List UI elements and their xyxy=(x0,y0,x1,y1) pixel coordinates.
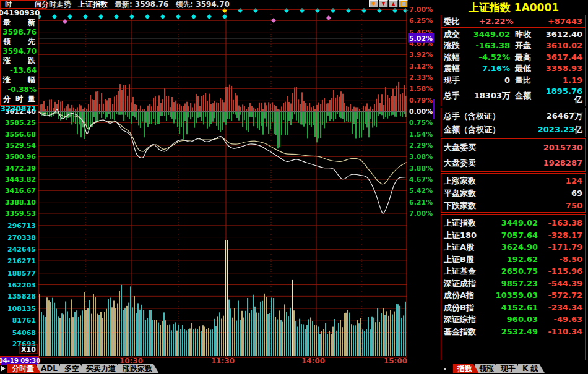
quote-grid-row-2: 涨幅-4.52%最高3617.44 xyxy=(444,53,582,61)
sun-icon[interactable]: ✹ xyxy=(369,0,378,7)
index-row-7[interactable]: 成份B指4152.61-234.34 xyxy=(444,302,582,314)
time-header-cell: 时间 xyxy=(0,0,46,9)
index-row-4[interactable]: 上证基金2650.75-115.96 xyxy=(444,265,582,278)
label2: 昨收 xyxy=(515,30,540,38)
label2: 最低 xyxy=(515,64,540,72)
svg-text:3585.25: 3585.25 xyxy=(5,119,36,127)
quote-label-1: 领先 xyxy=(1,36,38,47)
value: 750 xyxy=(566,202,582,210)
index-name: 上证指数 xyxy=(444,219,495,227)
svg-text:6.21%: 6.21% xyxy=(409,198,433,206)
label: 金额（含权证） xyxy=(444,125,538,134)
index-row-9[interactable]: 基金指数2532.49-110.34 xyxy=(444,326,582,338)
value2: 1.19 xyxy=(540,76,582,84)
label: 平盘家数 xyxy=(444,189,571,197)
quote-label-4: 分时量 xyxy=(1,94,38,104)
value2: 1895.76亿 xyxy=(540,87,582,103)
label: 现手 xyxy=(444,76,467,84)
svg-text:3500.96: 3500.96 xyxy=(5,153,36,161)
index-row-6[interactable]: 成份A指10359.03-572.72 xyxy=(444,289,582,302)
svg-text:3472.39: 3472.39 xyxy=(5,164,36,172)
weibi-box: 委比 +2.22% +87443 xyxy=(441,15,586,27)
value: 3449.02 xyxy=(467,30,510,38)
index-change: -171.79 xyxy=(538,243,582,251)
axis-labels: 7.00%6.25%5.46%4.67%3.92%3.12%2.33%1.58%… xyxy=(5,6,433,348)
square-icon[interactable] xyxy=(399,0,408,7)
index-value: 960.03 xyxy=(495,315,538,323)
weibi-pct: +2.22% xyxy=(467,17,525,25)
quote-value-0: 3598.76 xyxy=(1,28,38,36)
svg-text:3388.10: 3388.10 xyxy=(5,198,36,206)
chart-toolbar: ✹ ▼ ▲ xyxy=(369,0,408,7)
quote-grid-row-3: 震幅7.16%最低3358.93 xyxy=(444,64,582,72)
index-name: 成份B指 xyxy=(444,304,495,312)
breadth-row-1: 平盘家数69 xyxy=(444,189,582,197)
svg-text:188577: 188577 xyxy=(7,270,36,278)
quote-panel: 04190930 最新3598.76领先3594.70涨跌-13.64涨幅-0.… xyxy=(0,9,38,106)
breadth-row-0: 上涨家数124 xyxy=(444,177,582,185)
svg-text:54068: 54068 xyxy=(12,329,36,337)
svg-text:3.08%: 3.08% xyxy=(409,153,433,161)
index-row-8[interactable]: 深证综指960.03-49.63 xyxy=(444,313,582,326)
svg-text:296713: 296713 xyxy=(7,222,36,230)
svg-text:3529.54: 3529.54 xyxy=(5,142,36,150)
svg-text:0.75%: 0.75% xyxy=(409,119,433,127)
svg-text:1.58%: 1.58% xyxy=(409,85,433,93)
index-row-0[interactable]: 上证指数3449.02-163.38 xyxy=(444,217,582,229)
time-axis: 04-19 09:30 10:3011:3014:0015:00 xyxy=(0,356,435,365)
quote-label-2: 涨跌 xyxy=(1,56,38,66)
indicator-tab-0[interactable]: 分时量 xyxy=(7,364,41,373)
index-name: 深证成指 xyxy=(444,279,495,287)
warrants-box: 总手（含权证）26467万金额（含权证）2023.23亿 xyxy=(441,108,586,137)
svg-text:3443.82: 3443.82 xyxy=(5,176,36,184)
order-row-1: 大盘委卖1928287 xyxy=(444,159,582,167)
latest-quote: 最新:3598.76 xyxy=(115,0,168,10)
label2: 量比 xyxy=(515,76,540,84)
index-value: 2532.49 xyxy=(495,328,538,336)
signal-diamonds xyxy=(37,8,408,24)
value: 69 xyxy=(571,189,582,197)
index-change: -49.63 xyxy=(538,315,582,323)
quote-grid-row-4: 现手0量比1.19 xyxy=(444,76,582,84)
time-label-1: 11:30 xyxy=(211,357,235,365)
value: 1928287 xyxy=(543,159,582,167)
pct-tag-label: 5.02% xyxy=(409,35,433,43)
index-row-1[interactable]: 上证1807057.64-328.17 xyxy=(444,229,582,242)
arrow-up-icon[interactable]: ▲ xyxy=(389,0,398,7)
index-name: 上证A股 xyxy=(444,243,495,251)
svg-text:3556.68: 3556.68 xyxy=(5,130,36,138)
lead-quote: 领先:3594.70 xyxy=(175,0,229,10)
svg-text:216271: 216271 xyxy=(7,257,36,265)
label: 震幅 xyxy=(444,64,467,72)
value: 26467万 xyxy=(547,112,582,120)
value2: 3612.40 xyxy=(540,30,582,38)
app-window: { "topbar": { "time_cell": "时间", "view_l… xyxy=(0,0,588,374)
svg-text:0.79%: 0.79% xyxy=(409,96,433,104)
indicator-tab-3[interactable]: 买卖力道 xyxy=(82,364,123,373)
index-row-2[interactable]: 上证A股3624.90-171.79 xyxy=(444,241,582,253)
index-value: 4152.61 xyxy=(495,304,538,312)
weibi-value: +87443 xyxy=(525,17,582,25)
arrow-down-icon[interactable]: ▼ xyxy=(379,0,388,7)
time-label-2: 14:00 xyxy=(301,357,325,365)
svg-text:3.92%: 3.92% xyxy=(409,51,433,59)
label: 总手 xyxy=(444,91,467,100)
index-value: 3624.90 xyxy=(495,243,538,251)
order-row-0: 大盘委买2015730 xyxy=(444,143,582,151)
index-name: 深证综指 xyxy=(444,315,495,323)
svg-text:135828: 135828 xyxy=(7,292,36,300)
weibi-row: 委比 +2.22% +87443 xyxy=(444,17,582,25)
index-change: -234.34 xyxy=(538,304,582,312)
index-change: -8.50 xyxy=(538,255,582,263)
index-name: 成份A指 xyxy=(444,291,495,299)
scroll-arrow-icon[interactable] xyxy=(1,365,6,372)
market-summary-panel: 上证指数 1A0001 委比 +2.22% +87443 成交3449.02昨收… xyxy=(435,0,588,374)
index-row-5[interactable]: 深证成指9857.23-544.39 xyxy=(444,278,582,290)
indicator-tabs: 分时量ADL多空买卖力道涨跌家数 xyxy=(7,364,155,373)
instrument-name: 上证指数 xyxy=(78,0,108,10)
indicator-tab-4[interactable]: 涨跌家数 xyxy=(118,364,159,373)
intraday-chart: 7.00%6.25%5.46%4.67%3.92%3.12%2.33%1.58%… xyxy=(0,0,435,374)
indices-box: 上证指数3449.02-163.38上证1807057.64-328.17上证A… xyxy=(441,214,586,360)
index-row-3[interactable]: 上证B股192.62-8.50 xyxy=(444,253,582,266)
index-change: -572.72 xyxy=(538,291,582,299)
